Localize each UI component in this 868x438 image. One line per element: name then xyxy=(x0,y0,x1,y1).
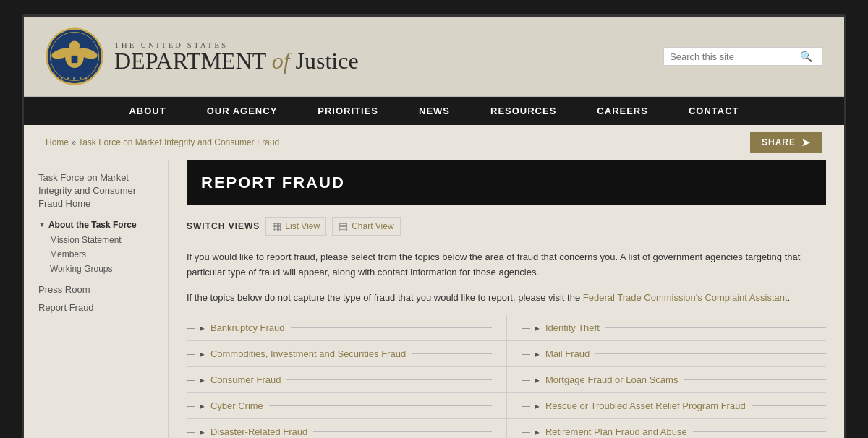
sidebar-home-link[interactable]: Task Force on Market Integrity and Consu… xyxy=(38,171,153,211)
svg-text:★ ★ ★ ★ ★: ★ ★ ★ ★ ★ xyxy=(60,77,89,80)
sidebar-arrow-icon: ▼ xyxy=(38,220,46,228)
doj-title: THE UNITED STATES DEPARTMENT of Justice xyxy=(114,40,359,72)
search-input[interactable] xyxy=(670,51,800,62)
page-title: REPORT FRAUD xyxy=(187,160,826,205)
fraud-link-mail[interactable]: Mail Fraud xyxy=(545,348,590,359)
fraud-link-disaster[interactable]: Disaster-Related Fraud xyxy=(210,426,307,437)
breadcrumb-home[interactable]: Home xyxy=(46,137,69,147)
browser-frame: ★ ★ ★ ★ ★ THE UNITED STATES DEPARTMENT o… xyxy=(22,14,846,438)
sidebar-press-room[interactable]: Press Room xyxy=(38,280,153,299)
chart-icon: ▤ xyxy=(339,220,348,232)
intro-para-1: If you would like to report fraud, pleas… xyxy=(187,250,826,280)
sidebar-about-title[interactable]: ▼ About the Task Force xyxy=(38,220,153,230)
nav-about[interactable]: ABOUT xyxy=(109,97,186,125)
fraud-arrow-icon: ► xyxy=(533,376,541,385)
list-item: — ► Disaster-Related Fraud xyxy=(187,419,506,438)
share-arrow-icon: ➤ xyxy=(801,137,811,148)
fraud-link-commodities[interactable]: Commodities, Investment and Securities F… xyxy=(210,348,406,359)
sidebar-item-working-groups[interactable]: Working Groups xyxy=(38,262,153,276)
nav-careers[interactable]: CAREERS xyxy=(576,97,668,125)
doj-seal: ★ ★ ★ ★ ★ xyxy=(46,27,103,85)
main-nav: ABOUT OUR AGENCY PRIORITIES NEWS RESOURC… xyxy=(24,97,844,125)
list-icon: ▦ xyxy=(272,220,281,232)
svg-rect-6 xyxy=(71,55,78,63)
main-content: REPORT FRAUD SWITCH VIEWS ▦ List View ▤ … xyxy=(169,160,844,438)
fraud-grid: — ► Bankruptcy Fraud — ► Commodities, In… xyxy=(187,315,826,438)
fraud-arrow-icon: ► xyxy=(198,350,206,358)
breadcrumb-bar: Home » Task Force on Market Integrity an… xyxy=(24,125,844,160)
nav-resources[interactable]: RESOURCES xyxy=(470,97,576,125)
fraud-col-left: — ► Bankruptcy Fraud — ► Commodities, In… xyxy=(187,315,506,438)
breadcrumb: Home » Task Force on Market Integrity an… xyxy=(46,137,279,147)
chart-view-button[interactable]: ▤ Chart View xyxy=(332,217,400,236)
list-item: — ► Retirement Plan Fraud and Abuse xyxy=(506,419,826,438)
fraud-arrow-icon: ► xyxy=(198,376,206,385)
search-icon: 🔍 xyxy=(800,51,812,62)
intro-para-2: If the topics below do not capture the t… xyxy=(187,291,826,306)
nav-our-agency[interactable]: OUR AGENCY xyxy=(187,97,298,125)
list-view-button[interactable]: ▦ List View xyxy=(265,217,326,236)
sidebar-about-section: ▼ About the Task Force Mission Statement… xyxy=(38,220,153,276)
doj-title-main: DEPARTMENT of Justice xyxy=(114,49,359,72)
search-box[interactable]: 🔍 xyxy=(663,47,822,66)
fraud-link-mortgage[interactable]: Mortgage Fraud or Loan Scams xyxy=(545,374,678,385)
fraud-link-consumer[interactable]: Consumer Fraud xyxy=(210,374,281,385)
ftc-link[interactable]: Federal Trade Commission's Complaint Ass… xyxy=(583,292,788,303)
list-item: — ► Consumer Fraud xyxy=(187,367,506,393)
fraud-link-retirement[interactable]: Retirement Plan Fraud and Abuse xyxy=(545,426,687,437)
breadcrumb-current[interactable]: Task Force on Market Integrity and Consu… xyxy=(78,137,279,147)
logo-area: ★ ★ ★ ★ ★ THE UNITED STATES DEPARTMENT o… xyxy=(46,27,359,85)
view-switcher: SWITCH VIEWS ▦ List View ▤ Chart View xyxy=(187,217,826,236)
fraud-arrow-icon: ► xyxy=(198,428,206,437)
fraud-link-cyber[interactable]: Cyber Crime xyxy=(210,400,263,411)
switch-views-label: SWITCH VIEWS xyxy=(187,221,260,231)
list-item: — ► Cyber Crime xyxy=(187,393,506,419)
list-item: — ► Bankruptcy Fraud xyxy=(187,315,506,341)
fraud-arrow-icon: ► xyxy=(198,324,206,332)
fraud-arrow-icon: ► xyxy=(533,428,541,437)
fraud-arrow-icon: ► xyxy=(533,402,541,411)
share-button[interactable]: SHARE ➤ xyxy=(750,132,822,153)
list-item: — ► Mortgage Fraud or Loan Scams xyxy=(506,367,826,393)
list-item: — ► Identity Theft xyxy=(506,315,826,341)
content-area: Task Force on Market Integrity and Consu… xyxy=(24,160,844,438)
fraud-link-bankruptcy[interactable]: Bankruptcy Fraud xyxy=(210,322,285,333)
fraud-arrow-icon: ► xyxy=(533,350,541,358)
fraud-arrow-icon: ► xyxy=(198,402,206,411)
fraud-col-right: — ► Identity Theft — ► Mail Fraud — ► xyxy=(506,315,826,438)
sidebar-report-fraud[interactable]: Report Fraud xyxy=(38,299,153,317)
fraud-arrow-icon: ► xyxy=(533,324,541,332)
svg-point-5 xyxy=(69,40,80,51)
list-item: — ► Commodities, Investment and Securiti… xyxy=(187,341,506,367)
fraud-link-identity[interactable]: Identity Theft xyxy=(545,322,600,333)
sidebar-item-mission[interactable]: Mission Statement xyxy=(38,233,153,247)
site-header: ★ ★ ★ ★ ★ THE UNITED STATES DEPARTMENT o… xyxy=(24,17,844,97)
sidebar-item-members[interactable]: Members xyxy=(38,247,153,262)
fraud-link-rescue[interactable]: Rescue or Troubled Asset Relief Program … xyxy=(545,400,746,411)
nav-contact[interactable]: CONTACT xyxy=(668,97,760,125)
sidebar: Task Force on Market Integrity and Consu… xyxy=(24,160,169,438)
nav-news[interactable]: NEWS xyxy=(399,97,470,125)
nav-priorities[interactable]: PRIORITIES xyxy=(297,97,399,125)
list-item: — ► Rescue or Troubled Asset Relief Prog… xyxy=(506,393,826,419)
list-item: — ► Mail Fraud xyxy=(506,341,826,367)
